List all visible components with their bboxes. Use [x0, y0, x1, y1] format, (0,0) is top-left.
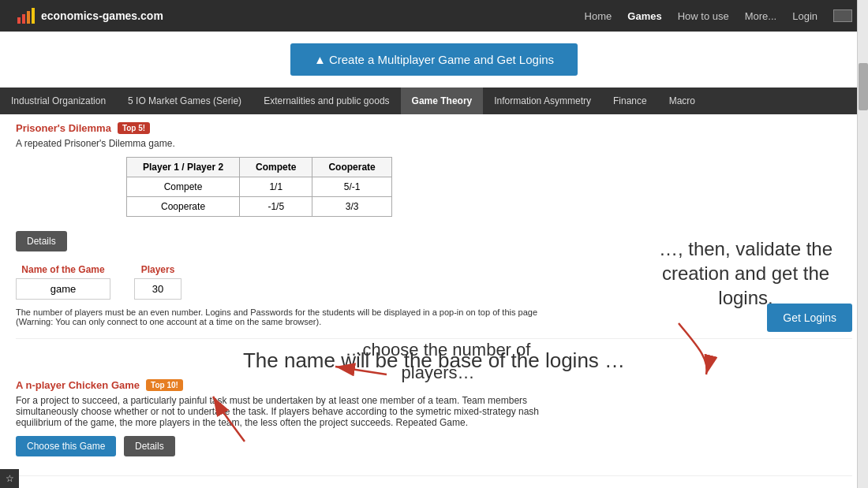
name-of-game-group: Name of the Game	[16, 264, 110, 300]
nav-howto[interactable]: How to use	[678, 10, 729, 22]
logo-icon	[16, 6, 35, 25]
table-header-cooperate: Cooperate	[312, 158, 391, 177]
name-input[interactable]	[16, 278, 110, 300]
game1-title-link[interactable]: Prisoner's Dilemma	[16, 122, 111, 134]
category-tabs: Industrial Organization 5 IO Market Game…	[0, 88, 868, 114]
nav-games[interactable]: Games	[627, 10, 661, 22]
tab-io-market-games[interactable]: 5 IO Market Games (Serie)	[117, 88, 253, 114]
table-header-player: Player 1 / Player 2	[127, 158, 240, 177]
game2-choose-button[interactable]: Choose this Game	[16, 436, 116, 456]
nav-login-dropdown[interactable]: Login	[792, 10, 817, 22]
row1-cooperate: 5/-1	[312, 177, 391, 197]
players-group: Players	[134, 264, 181, 300]
create-multiplayer-button[interactable]: ▲ Create a Multiplayer Game and Get Logi…	[290, 43, 578, 76]
game1-info-text: The number of players must be an even nu…	[16, 307, 552, 326]
game2-badge: Top 10!	[146, 379, 183, 391]
game1-details-button[interactable]: Details	[16, 231, 67, 251]
svg-rect-1	[22, 14, 25, 24]
tab-externalities[interactable]: Externalities and public goods	[253, 88, 400, 114]
brand-name: economics-games.com	[41, 9, 163, 22]
tab-finance[interactable]: Finance	[602, 88, 658, 114]
game2-title-link[interactable]: A n-player Chicken Game	[16, 379, 140, 391]
svg-rect-2	[27, 11, 30, 24]
game2-buttons: Choose this Game Details	[16, 436, 852, 466]
annotation-validate: …, then, validate the creation and get t…	[647, 237, 844, 311]
players-label: Players	[134, 264, 181, 275]
game2-description: For a project to succeed, a particularly…	[16, 395, 568, 428]
svg-rect-0	[17, 17, 21, 24]
tab-game-theory[interactable]: Game Theory	[401, 88, 484, 114]
annotation-choose-players: …choose the number of players…	[339, 339, 537, 384]
navbar: economics-games.com Home Games How to us…	[0, 0, 868, 32]
row2-label: Cooperate	[127, 197, 240, 217]
nav-more-dropdown[interactable]: More...	[745, 10, 776, 22]
scrollbar[interactable]	[857, 0, 868, 488]
tab-industrial-organization[interactable]: Industrial Organization	[0, 88, 117, 114]
row1-compete: 1/1	[240, 177, 312, 197]
game1-title: Prisoner's Dilemma Top 5!	[16, 122, 852, 134]
payoff-table-container: Player 1 / Player 2 Compete Cooperate Co…	[126, 157, 852, 217]
tab-information-asymmetry[interactable]: Information Asymmetry	[483, 88, 602, 114]
game1-badge: Top 5!	[118, 122, 150, 134]
payoff-table: Player 1 / Player 2 Compete Cooperate Co…	[126, 157, 392, 217]
bottom-left-icon[interactable]: ☆	[0, 469, 19, 488]
create-banner: ▲ Create a Multiplayer Game and Get Logi…	[0, 32, 868, 88]
nav-home[interactable]: Home	[585, 10, 612, 22]
row1-label: Compete	[127, 177, 240, 197]
svg-rect-3	[32, 8, 35, 24]
table-header-compete: Compete	[240, 158, 312, 177]
name-label: Name of the Game	[16, 264, 110, 275]
scrollbar-thumb[interactable]	[859, 63, 868, 110]
players-input[interactable]	[134, 278, 181, 300]
table-row: Cooperate -1/5 3/3	[127, 197, 392, 217]
language-flag-icon[interactable]	[833, 9, 852, 22]
main-content: ▲ Create a Multiplayer Game and Get Logi…	[0, 32, 868, 488]
get-logins-button[interactable]: Get Logins	[767, 304, 852, 332]
table-row: Compete 1/1 5/-1	[127, 177, 392, 197]
row2-cooperate: 3/3	[312, 197, 391, 217]
brand: economics-games.com	[16, 6, 163, 25]
tab-macro[interactable]: Macro	[658, 88, 706, 114]
navbar-links: Home Games How to use More... Login	[585, 9, 852, 22]
game2-details-button[interactable]: Details	[124, 436, 175, 456]
content-area: Prisoner's Dilemma Top 5! A repeated Pri…	[0, 114, 868, 488]
row2-compete: -1/5	[240, 197, 312, 217]
section-divider-2	[16, 475, 852, 476]
game1-description: A repeated Prisoner's Dilemma game.	[16, 138, 852, 149]
